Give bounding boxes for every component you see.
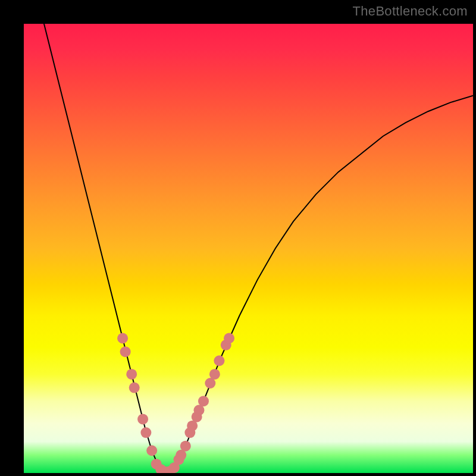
highlight-point: [224, 333, 234, 344]
highlight-point: [140, 427, 151, 438]
highlight-markers: [117, 333, 234, 474]
highlight-point: [126, 369, 137, 380]
highlight-point: [120, 346, 131, 357]
highlight-point: [198, 396, 209, 406]
watermark-text: TheBottleneck.com: [353, 4, 468, 19]
bottleneck-curve: [42, 24, 473, 472]
highlight-point: [214, 355, 224, 366]
highlight-point: [137, 414, 148, 424]
highlight-point: [209, 369, 220, 380]
chart-svg: [24, 24, 473, 473]
highlight-point: [129, 383, 140, 393]
highlight-point: [180, 441, 191, 452]
chart-plot-area: [24, 24, 473, 473]
highlight-point: [146, 445, 157, 456]
highlight-point: [117, 333, 128, 344]
